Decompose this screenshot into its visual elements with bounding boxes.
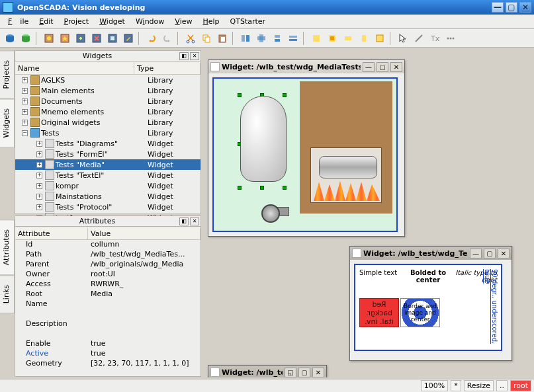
sub-restore-button[interactable]: ◱	[285, 368, 296, 377]
minimize-button[interactable]: —	[492, 2, 504, 13]
vtab-widgets[interactable]: Widgets	[0, 98, 15, 147]
attr-row[interactable]: Ownerroot:UI	[15, 270, 200, 280]
tool-align4-icon[interactable]	[286, 31, 300, 46]
menu-file[interactable]: File	[4, 16, 32, 27]
tree-row[interactable]: +Tests "Diagrams"Widget	[15, 138, 200, 149]
tool-el2-icon[interactable]	[325, 31, 339, 46]
tool-el1-icon[interactable]	[309, 31, 324, 46]
tank-graphic[interactable]	[240, 96, 287, 182]
resize-handle[interactable]	[260, 186, 264, 190]
tree-row[interactable]: +Main elementsLibrary	[15, 85, 200, 96]
tree-row[interactable]: +Mnemo elementsLibrary	[15, 106, 200, 117]
resize-handle[interactable]	[283, 186, 287, 190]
attr-row[interactable]: Activetrue	[15, 349, 200, 359]
dock-float-icon[interactable]: ◧	[179, 217, 189, 225]
sub-minimize-button[interactable]: —	[363, 62, 375, 72]
tool-prim-more-icon[interactable]	[443, 31, 458, 46]
attr-row[interactable]	[15, 309, 200, 319]
subwindow-titlebar[interactable]: Widget: /wlb_te... ◱ ▢ ✕	[208, 366, 326, 377]
attr-row[interactable]: Enabletrue	[15, 339, 200, 349]
pump-graphic[interactable]	[261, 203, 290, 224]
tool-new-icon[interactable]	[58, 31, 72, 46]
attr-row[interactable]	[15, 329, 200, 339]
attr-row[interactable]: Name	[15, 299, 200, 309]
tool-run-icon[interactable]	[42, 31, 56, 46]
tool-align1-icon[interactable]	[238, 31, 253, 46]
tree-row[interactable]: +Original widgetsLibrary	[15, 117, 200, 128]
sub-close-button[interactable]: ✕	[498, 249, 510, 258]
vtab-attributes[interactable]: Attributes	[0, 219, 15, 275]
sub-maximize-button[interactable]: ▢	[484, 249, 496, 258]
menu-project[interactable]: Project	[60, 16, 93, 27]
tool-el3-icon[interactable]	[341, 31, 355, 46]
attr-row[interactable]: RootMedia	[15, 290, 200, 299]
attr-row[interactable]: Idcollumn	[15, 240, 200, 250]
attr-row[interactable]: Description	[15, 319, 200, 329]
status-resize[interactable]: Resize	[464, 380, 494, 391]
attributes-list[interactable]: Attribute Value IdcollumnPath/wlb_test/w…	[15, 227, 200, 370]
tree-row[interactable]: +DocumentsLibrary	[15, 96, 200, 106]
sub-close-button[interactable]: ✕	[390, 62, 402, 72]
resize-handle[interactable]	[238, 186, 242, 190]
tool-align3-icon[interactable]	[270, 31, 285, 46]
tool-el4-icon[interactable]	[357, 31, 371, 46]
tool-copy-icon[interactable]	[199, 31, 214, 46]
tool-cut-icon[interactable]	[183, 31, 198, 46]
tool-props-icon[interactable]	[105, 31, 120, 46]
subwindow-media[interactable]: Widget: /wlb_test/wdg_MediaTests — ▢ ✕	[208, 59, 405, 237]
sub-close-button[interactable]: ✕	[312, 368, 324, 377]
vtab-links[interactable]: Links	[0, 275, 15, 313]
tool-paste-icon[interactable]	[215, 31, 230, 46]
attr-row[interactable]: Path/wlb_test/wdg_MediaTes...	[15, 250, 200, 260]
resize-handle[interactable]	[238, 93, 242, 97]
menu-edit[interactable]: Edit	[35, 16, 57, 27]
menu-widget[interactable]: Widget	[95, 16, 129, 27]
dock-close-icon[interactable]: ✕	[190, 217, 199, 225]
tool-add-icon[interactable]	[73, 31, 88, 46]
tool-db-save-icon[interactable]	[3, 31, 17, 46]
dock-float-icon[interactable]: ◧	[179, 52, 189, 60]
tree-row[interactable]: +Tests "FormEl"Widget	[15, 149, 200, 159]
tree-row[interactable]: +Tests "Media"Widget	[15, 159, 200, 170]
tree-row[interactable]: −TestsLibrary	[15, 128, 200, 138]
tool-redo-icon[interactable]	[160, 31, 175, 46]
tool-prim-cursor-icon[interactable]	[396, 31, 410, 46]
sub-maximize-button[interactable]: ▢	[298, 368, 310, 377]
close-button[interactable]: ✕	[519, 2, 531, 13]
text-vertical-link[interactable]: 90 degr., underscored, blue	[484, 269, 498, 350]
status-user[interactable]: root	[510, 380, 531, 391]
subwindow-titlebar[interactable]: Widget: /wlb_test/wdg_MediaTests — ▢ ✕	[208, 60, 404, 73]
tool-undo-icon[interactable]	[144, 31, 159, 46]
attr-row[interactable]: AccessRWRWR_	[15, 280, 200, 290]
tree-row[interactable]: +Tests "TextEl"Widget	[15, 170, 200, 180]
dock-close-icon[interactable]: ✕	[190, 52, 199, 60]
sub-minimize-button[interactable]: —	[470, 249, 482, 258]
media-canvas[interactable]	[212, 77, 398, 232]
furnace-graphic[interactable]	[300, 81, 392, 212]
sub-maximize-button[interactable]: ▢	[377, 62, 388, 72]
tool-prim-line-icon[interactable]	[412, 31, 426, 46]
attr-row[interactable]: Geometry[32, 23, 70, 117, 1, 1, 1, 0]	[15, 359, 200, 369]
tree-row[interactable]: +komprWidget	[15, 180, 200, 191]
resize-handle[interactable]	[283, 93, 287, 97]
subwindow-minimized[interactable]: Widget: /wlb_te... ◱ ▢ ✕	[208, 365, 327, 377]
tool-el5-icon[interactable]	[373, 31, 387, 46]
tree-row[interactable]: +MainstationsWidget	[15, 191, 200, 202]
tool-align2-icon[interactable]	[254, 31, 269, 46]
tree-row[interactable]: +Tests "Protocol"Widget	[15, 202, 200, 212]
tree-row[interactable]: +AGLKSLibrary	[15, 75, 200, 85]
vtab-projects[interactable]: Projects	[0, 50, 15, 98]
subwindow-titlebar[interactable]: Widget: /wlb_test/wdg_Te... — ▢ ✕	[350, 247, 512, 260]
menu-qtstarter[interactable]: QTStarter	[226, 16, 270, 27]
menu-help[interactable]: Help	[199, 16, 223, 27]
tool-db-load-icon[interactable]	[19, 31, 33, 46]
subwindow-text[interactable]: Widget: /wlb_test/wdg_Te... — ▢ ✕ Simple…	[349, 246, 512, 361]
widgets-tree[interactable]: Name Type +AGLKSLibrary+Main elementsLib…	[15, 61, 200, 224]
text-canvas[interactable]: Simple text Bolded to center Italic type…	[354, 264, 502, 351]
attr-row[interactable]: Parent/wlb_originals/wdg_Media	[15, 260, 200, 270]
maximize-button[interactable]: ▢	[506, 2, 517, 13]
tool-prim-text-icon[interactable]: Txt	[427, 31, 442, 46]
menu-view[interactable]: View	[171, 16, 196, 27]
tool-edit-icon[interactable]	[121, 31, 136, 46]
tool-delete-icon[interactable]	[89, 31, 104, 46]
